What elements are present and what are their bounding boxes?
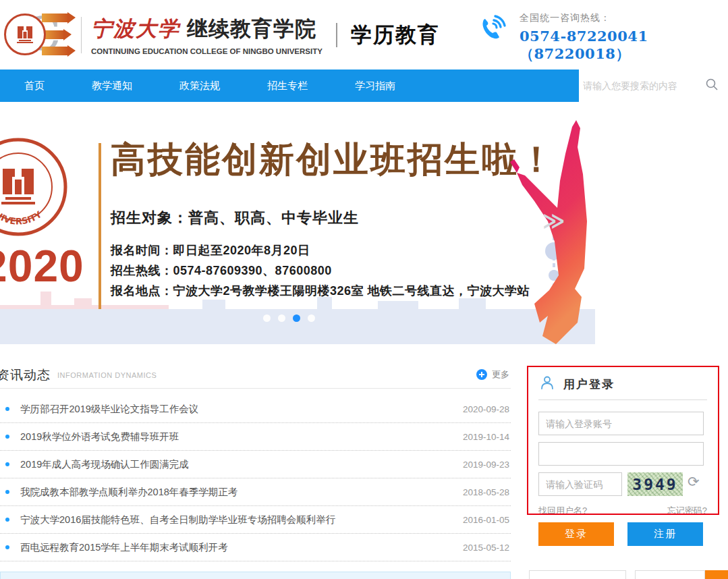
login-title-row: 用户登录 [540, 375, 615, 393]
login-links: 找回用户名? 忘记密码? [538, 505, 707, 517]
news-item-date: 2018-05-28 [463, 487, 509, 497]
news-row[interactable]: 学历部召开2019级毕业论文指导工作会议 2020-09-28 [0, 395, 511, 423]
nav-item-home[interactable]: 首页 [24, 80, 45, 92]
nav-item-study-guide[interactable]: 学习指南 [355, 80, 395, 92]
news-subtitle: INFORMATION DYNAMICS [57, 371, 157, 379]
phone-icon [476, 12, 507, 46]
logo-english-name: CONTINUING EDUCATION COLLEGE OF NINGBO U… [91, 47, 323, 55]
password-field[interactable] [538, 442, 704, 466]
more-label: 更多 [492, 368, 509, 381]
news-list: 学历部召开2019级毕业论文指导工作会议 2020-09-28 2019秋学位外… [0, 395, 511, 561]
news-row[interactable]: 2019年成人高考现场确认工作圆满完成 2019-09-23 [0, 451, 511, 478]
hotline: 全国统一咨询热线： 0574-87220041（87220018） [476, 12, 728, 63]
carousel-dot-active[interactable] [293, 314, 300, 322]
main-nav: 首页 教学通知 政策法规 招生专栏 学习指南 [0, 70, 728, 102]
login-title: 用户登录 [563, 377, 615, 392]
news-item-date: 2020-09-28 [463, 404, 509, 414]
banner-detail-hotline: 招生热线：0574-87609390、87600800 [111, 260, 530, 281]
hotline-number: 0574-87220041（87220018） [520, 28, 728, 63]
partial-orange-button[interactable] [705, 570, 728, 579]
nav-item-admissions[interactable]: 招生专栏 [267, 80, 308, 92]
next-section-bar-partial [0, 572, 511, 579]
captcha-image[interactable]: 3949 [627, 472, 683, 496]
news-item-date: 2016-01-05 [463, 515, 509, 525]
login-divider [538, 399, 707, 400]
ce-letter-e-arrows [42, 13, 73, 55]
news-item-title: 西电远程教育2015学年上半年期末考试顺利开考 [20, 541, 463, 554]
university-seal-icon [4, 13, 46, 55]
register-button[interactable]: 注册 [627, 522, 703, 546]
news-row[interactable]: 西电远程教育2015学年上半年期末考试顺利开考 2015-05-12 [0, 534, 511, 561]
logo-university-name: 宁波大学 [91, 15, 180, 43]
banner-accent-line [99, 143, 101, 309]
news-header: 资讯动态 INFORMATION DYNAMICS 更多 [0, 362, 511, 389]
section-divider [336, 23, 337, 47]
ce-logo-mark: C [7, 9, 77, 61]
refresh-captcha-icon[interactable]: ⟳ [688, 474, 700, 489]
carousel-dots [263, 314, 315, 322]
partial-input[interactable] [529, 570, 626, 579]
partial-input[interactable] [635, 570, 705, 579]
news-item-date: 2019-09-23 [463, 460, 509, 470]
news-item-title: 宁波大学2016届技能特色班、自考全日制助学毕业班专场招聘会顺利举行 [20, 514, 463, 526]
banner-audience-line: 招生对象：普高、职高、中专毕业生 [111, 208, 359, 228]
carousel-next-icon[interactable]: ≫ [542, 208, 565, 233]
banner-details: 报名时间：即日起至2020年8月20日 招生热线：0574-87609390、8… [111, 240, 530, 301]
news-title: 资讯动态 [0, 366, 51, 384]
bullet-icon [5, 490, 9, 494]
captcha-field[interactable] [538, 472, 622, 496]
news-row[interactable]: 我院成教本部教学点顺利举办2018年春季学期正考 2018-05-28 [0, 478, 511, 506]
search-input[interactable] [583, 80, 705, 91]
skyline-pink-block [74, 298, 92, 309]
news-section: 资讯动态 INFORMATION DYNAMICS 更多 学历部召开2019级毕… [0, 362, 511, 561]
bullet-icon [5, 518, 9, 522]
news-item-date: 2015-05-12 [463, 543, 509, 553]
captcha-digits: 3949 [632, 476, 677, 493]
login-button[interactable]: 登录 [538, 522, 614, 546]
logo-college-name: 继续教育学院 [187, 15, 316, 43]
skyline-building [202, 300, 225, 312]
banner-title: 高技能创新创业班招生啦！ [111, 136, 556, 184]
carousel-dot[interactable] [278, 314, 285, 322]
news-item-title: 我院成教本部教学点顺利举办2018年春季学期正考 [20, 486, 463, 499]
logo-text: 宁波大学 继续教育学院 CONTINUING EDUCATION COLLEGE… [91, 15, 323, 55]
search-icon[interactable] [705, 78, 719, 94]
plus-icon [476, 369, 487, 380]
banner-seal-icon: O UNIVERSITY [0, 136, 69, 240]
carousel-dot[interactable] [263, 314, 271, 322]
nav-bar: 首页 教学通知 政策法规 招生专栏 学习指南 [0, 70, 579, 102]
bullet-icon [5, 435, 9, 439]
search-bar [579, 70, 728, 102]
section-title: 学历教育 [351, 21, 440, 49]
banner-detail-time: 报名时间：即日起至2020年8月20日 [111, 240, 530, 260]
hero-banner[interactable]: O UNIVERSITY 2020 高技能创新创业班招生啦！ 招生对象：普高、职… [0, 108, 595, 344]
logo-divider [81, 17, 82, 53]
site-header: C 宁波大学 [0, 0, 728, 70]
news-item-date: 2019-10-14 [463, 432, 509, 442]
hotline-label: 全国统一咨询热线： [520, 12, 728, 24]
banner-year: 2020 [0, 240, 84, 292]
user-icon [540, 375, 555, 393]
news-item-title: 2019秋学位外语考试免费辅导班开班 [20, 431, 463, 443]
site-logo[interactable]: C 宁波大学 [7, 9, 440, 61]
forgot-password-link[interactable]: 忘记密码? [667, 505, 707, 517]
nav-item-teaching-notices[interactable]: 教学通知 [92, 80, 132, 92]
banner-detail-location: 报名地点：宁波大学2号教学楼王陽明楼326室 地铁二号线直达，宁波大学站 [111, 281, 530, 301]
find-username-link[interactable]: 找回用户名? [538, 505, 587, 517]
news-more-link[interactable]: 更多 [476, 368, 509, 381]
page: C 宁波大学 [0, 0, 728, 579]
bullet-icon [5, 545, 9, 549]
news-item-title: 学历部召开2019级毕业论文指导工作会议 [20, 403, 463, 416]
nav-item-policies[interactable]: 政策法规 [179, 80, 220, 92]
carousel-dot[interactable] [308, 314, 315, 322]
bullet-icon [5, 407, 9, 411]
skyline-building [378, 301, 418, 310]
news-item-title: 2019年成人高考现场确认工作圆满完成 [20, 458, 463, 471]
bullet-icon [5, 462, 9, 466]
news-row[interactable]: 宁波大学2016届技能特色班、自考全日制助学毕业班专场招聘会顺利举行 2016-… [0, 506, 511, 534]
news-row[interactable]: 2019秋学位外语考试免费辅导班开班 2019-10-14 [0, 423, 511, 451]
skyline-pink-tower [40, 292, 51, 310]
account-field[interactable] [538, 412, 704, 435]
